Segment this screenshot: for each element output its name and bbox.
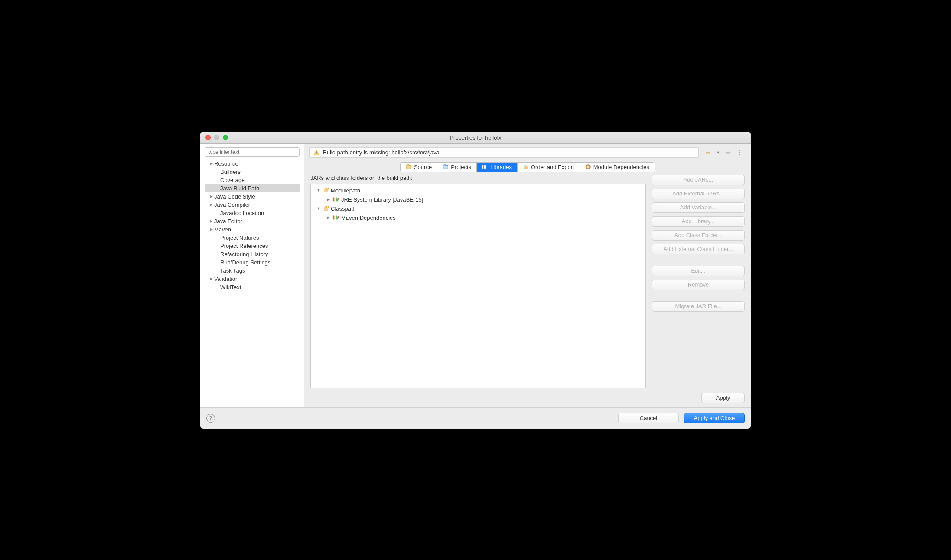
sidebar-item-label: Task Tags — [220, 267, 245, 274]
tab-source[interactable]: Source — [401, 163, 437, 172]
sidebar-item-validation[interactable]: ▶Validation — [205, 275, 300, 283]
sidebar-item-label: Run/Debug Settings — [220, 259, 270, 266]
filter-input[interactable] — [205, 147, 300, 157]
tree-node-maven[interactable]: ▶ Maven Dependencies — [313, 213, 643, 222]
sidebar-item-label: Project References — [220, 243, 268, 249]
section-heading: JARs and class folders on the build path… — [310, 175, 646, 181]
sidebar-item-run-debug-settings[interactable]: Run/Debug Settings — [205, 258, 300, 267]
tab-label: Source — [414, 164, 432, 170]
help-icon[interactable]: ? — [206, 414, 215, 423]
svg-rect-10 — [336, 198, 337, 202]
sidebar-item-label: Java Editor — [214, 218, 242, 225]
sidebar-item-javadoc-location[interactable]: Javadoc Location — [205, 209, 300, 217]
disclosure-triangle-icon[interactable]: ▶ — [210, 194, 214, 199]
sidebar-item-java-build-path[interactable]: Java Build Path — [205, 184, 300, 192]
zoom-window-button[interactable] — [223, 135, 228, 140]
titlebar: Properties for hellofx — [200, 132, 751, 144]
svg-rect-13 — [333, 216, 334, 220]
warning-text: Build path entry is missing: hellofx/src… — [323, 149, 440, 156]
remove-button[interactable]: Remove — [652, 280, 745, 290]
svg-text:M: M — [587, 166, 589, 169]
svg-rect-1 — [316, 153, 316, 154]
migrate-jar-button[interactable]: Migrate JAR File... — [652, 301, 745, 312]
disclosure-triangle-icon[interactable]: ▶ — [210, 219, 214, 223]
module-icon: M — [585, 164, 591, 170]
tree-node-modulepath[interactable]: ▼ Modulepath — [313, 186, 643, 195]
tree-node-jre[interactable]: ▶ JRE System Library [JavaSE-15] — [313, 195, 643, 204]
tab-order-and-export[interactable]: Order and Export — [518, 163, 580, 172]
build-path-tree[interactable]: ▼ Modulepath ▶ J — [310, 184, 646, 388]
add-external-class-folder-button[interactable]: Add External Class Folder... — [652, 244, 745, 254]
svg-rect-2 — [482, 165, 483, 169]
libraries-icon — [482, 164, 488, 170]
disclosure-triangle-icon[interactable]: ▶ — [326, 215, 331, 220]
add-variable-button[interactable]: Add Variable... — [652, 202, 745, 213]
tree-node-label: Classpath — [331, 205, 356, 212]
sidebar-item-builders[interactable]: Builders — [205, 168, 300, 176]
disclosure-triangle-icon[interactable]: ▶ — [210, 227, 214, 231]
sidebar-item-label: WikiText — [220, 284, 241, 290]
svg-rect-14 — [334, 216, 335, 220]
tab-bar: SourceProjectsLibrariesOrder and ExportM… — [400, 162, 655, 172]
add-jars-button[interactable]: Add JARs... — [652, 175, 745, 185]
add-library-button[interactable]: Add Library... — [652, 216, 745, 227]
tab-libraries[interactable]: Libraries — [477, 163, 518, 172]
sidebar-item-task-tags[interactable]: Task Tags — [205, 267, 300, 275]
sidebar-item-refactoring-history[interactable]: Refactoring History — [205, 250, 300, 258]
properties-dialog: Properties for hellofx ▶ResourceBuilders… — [200, 132, 751, 429]
nav-forward-button[interactable]: ⇨ — [724, 149, 733, 156]
apply-and-close-button[interactable]: Apply and Close — [684, 413, 745, 423]
tab-module-dependencies[interactable]: MModule Dependencies — [580, 163, 655, 172]
sidebar-item-label: Java Build Path — [220, 185, 259, 192]
svg-rect-3 — [484, 165, 485, 169]
sidebar-item-label: Project Natures — [220, 234, 259, 241]
disclosure-triangle-icon[interactable]: ▶ — [210, 202, 214, 207]
source-icon — [406, 164, 412, 170]
sidebar-item-java-code-style[interactable]: ▶Java Code Style — [205, 192, 300, 201]
sidebar-item-label: Coverage — [220, 177, 244, 183]
sidebar-item-java-editor[interactable]: ▶Java Editor — [205, 217, 300, 225]
disclosure-triangle-icon[interactable]: ▶ — [210, 277, 214, 281]
disclosure-triangle-icon[interactable]: ▼ — [316, 188, 321, 192]
close-window-button[interactable] — [205, 135, 211, 140]
disclosure-triangle-icon[interactable]: ▶ — [326, 197, 331, 202]
disclosure-triangle-icon[interactable]: ▼ — [316, 206, 321, 211]
tab-label: Projects — [451, 164, 471, 170]
minimize-window-button[interactable] — [214, 135, 219, 140]
nav-back-button[interactable]: ⇦ — [703, 149, 713, 156]
tree-node-label: Maven Dependencies — [341, 215, 396, 221]
tab-label: Module Dependencies — [593, 164, 649, 170]
apply-button[interactable]: Apply — [701, 393, 745, 403]
add-class-folder-button[interactable]: Add Class Folder... — [652, 230, 745, 241]
sidebar-item-maven[interactable]: ▶Maven — [205, 225, 300, 234]
library-icon — [332, 215, 339, 221]
view-menu-button[interactable]: ⋮ — [734, 149, 746, 156]
add-external-jars-button[interactable]: Add External JARs... — [652, 189, 745, 199]
sidebar-item-label: Javadoc Location — [220, 210, 264, 216]
nav-back-menu[interactable]: ▼ — [713, 149, 723, 156]
tab-projects[interactable]: Projects — [437, 163, 477, 172]
window-controls — [200, 135, 228, 140]
sidebar-item-wikitext[interactable]: WikiText — [205, 283, 300, 291]
cancel-button[interactable]: Cancel — [618, 413, 679, 423]
content-area: Build path entry is missing: hellofx/src… — [304, 144, 751, 407]
window-title: Properties for hellofx — [200, 134, 751, 141]
dialog-footer: ? Cancel Apply and Close — [200, 407, 751, 429]
category-sidebar: ▶ResourceBuildersCoverageJava Build Path… — [200, 144, 304, 407]
svg-rect-0 — [316, 151, 316, 153]
tree-node-classpath[interactable]: ▼ Classpath — [313, 204, 643, 213]
disclosure-triangle-icon[interactable]: ▶ — [210, 161, 214, 166]
edit-button[interactable]: Edit... — [652, 266, 745, 276]
sidebar-item-label: Refactoring History — [220, 251, 268, 257]
sidebar-item-label: Builders — [220, 169, 241, 175]
order-icon — [523, 164, 529, 170]
svg-rect-8 — [333, 198, 334, 202]
sidebar-item-project-natures[interactable]: Project Natures — [205, 234, 300, 242]
projects-icon — [443, 164, 449, 170]
svg-rect-16 — [337, 216, 339, 219]
sidebar-item-project-references[interactable]: Project References — [205, 242, 300, 250]
sidebar-item-resource[interactable]: ▶Resource — [205, 160, 300, 168]
sidebar-item-java-compiler[interactable]: ▶Java Compiler — [205, 201, 300, 209]
sidebar-item-coverage[interactable]: Coverage — [205, 176, 300, 184]
package-icon — [323, 187, 329, 193]
